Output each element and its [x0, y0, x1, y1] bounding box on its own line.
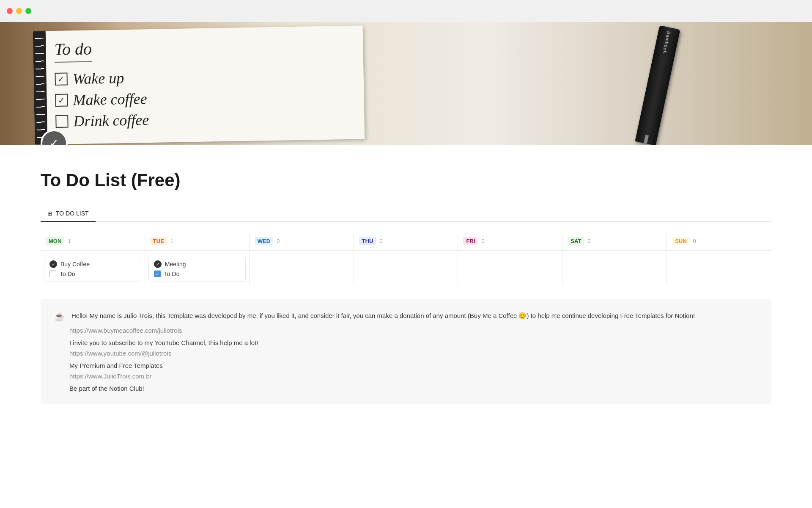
day-count-thu: 0	[379, 238, 382, 244]
coffee-icon: ☕	[54, 312, 65, 322]
day-label-thu: THU	[359, 237, 376, 245]
main-content: To Do List (Free) ⊞ TO DO LIST MON 1 ✓ B…	[0, 145, 812, 421]
tab-todo-list[interactable]: ⊞ TO DO LIST	[41, 206, 96, 222]
check-empty-icon	[49, 271, 56, 277]
tab-label: TO DO LIST	[56, 210, 89, 217]
day-header-sun: SUN 0	[667, 234, 771, 251]
day-header-mon: MON 1	[41, 234, 145, 251]
task-text: To Do	[60, 271, 75, 277]
task-meeting: ✓ Meeting	[154, 260, 240, 268]
youtube-link[interactable]: https://www.youtube.com/@juliotrois	[69, 350, 758, 357]
day-column-mon: MON 1 ✓ Buy Coffee To Do	[41, 234, 145, 285]
day-count-sun: 0	[693, 238, 696, 244]
templates-text: My Premium and Free Templates	[69, 362, 758, 369]
day-header-fri: FRI 0	[458, 234, 562, 251]
day-label-tue: TUE	[150, 237, 167, 245]
notion-club-text: Be part of the Notion Club!	[69, 385, 758, 392]
close-button[interactable]	[7, 8, 13, 14]
task-text: To Do	[164, 271, 180, 277]
day-column-sun: SUN 0	[667, 234, 771, 285]
minimize-button[interactable]	[16, 8, 22, 14]
day-column-thu: THU 0	[354, 234, 458, 285]
day-count-sat: 0	[587, 238, 590, 244]
day-label-mon: MON	[46, 237, 64, 245]
buymeacoffee-link[interactable]: https://www.buymeacoffee.com/juliotrois	[69, 327, 758, 334]
task-card-tue[interactable]: ✓ Meeting ✓ To Do	[148, 256, 246, 282]
maximize-button[interactable]	[25, 8, 31, 14]
hero-image: To do ✓ Wake up ✓ Make coffee Drink coff…	[0, 22, 812, 145]
task-text: Buy Coffee	[60, 261, 90, 268]
task-todo-mon: To Do	[49, 271, 136, 277]
info-intro-text: Hello! My name is Julio Trois, this Temp…	[71, 311, 695, 321]
check-blue-icon: ✓	[154, 271, 161, 277]
info-box-header: ☕ Hello! My name is Julio Trois, this Te…	[54, 311, 758, 322]
task-card-mon[interactable]: ✓ Buy Coffee To Do	[44, 256, 141, 282]
day-header-wed: WED 0	[250, 234, 354, 251]
day-header-sat: SAT 0	[562, 234, 667, 251]
day-column-tue: TUE 1 ✓ Meeting ✓ To Do	[145, 234, 250, 285]
check-done-icon: ✓	[154, 260, 162, 268]
calendar-grid: MON 1 ✓ Buy Coffee To Do TUE 1	[41, 234, 771, 285]
day-label-wed: WED	[255, 237, 273, 245]
tab-bar: ⊞ TO DO LIST	[41, 206, 771, 222]
day-label-sat: SAT	[568, 237, 584, 245]
day-header-thu: THU 0	[354, 234, 458, 251]
title-bar	[0, 0, 812, 22]
task-text: Meeting	[165, 261, 186, 268]
check-done-icon: ✓	[49, 260, 57, 268]
day-count-mon: 1	[68, 238, 71, 244]
day-column-fri: FRI 0	[458, 234, 562, 285]
task-todo-tue: ✓ To Do	[154, 271, 240, 277]
day-header-tue: TUE 1	[145, 234, 249, 251]
task-buy-coffee: ✓ Buy Coffee	[49, 260, 136, 268]
juliotrois-link[interactable]: https://www.JulioTrois.com.br	[69, 373, 758, 380]
day-label-fri: FRI	[463, 237, 478, 245]
day-count-fri: 0	[481, 238, 484, 244]
day-column-sat: SAT 0	[562, 234, 667, 285]
day-label-sun: SUN	[672, 237, 689, 245]
day-count-tue: 1	[170, 238, 173, 244]
table-icon: ⊞	[47, 210, 52, 217]
day-count-wed: 0	[277, 238, 280, 244]
youtube-invite-text: I invite you to subscribe to my YouTube …	[69, 339, 758, 346]
avatar: ✓	[41, 130, 68, 145]
day-column-wed: WED 0	[250, 234, 354, 285]
info-box: ☕ Hello! My name is Julio Trois, this Te…	[41, 299, 771, 404]
page-title: To Do List (Free)	[41, 170, 771, 190]
